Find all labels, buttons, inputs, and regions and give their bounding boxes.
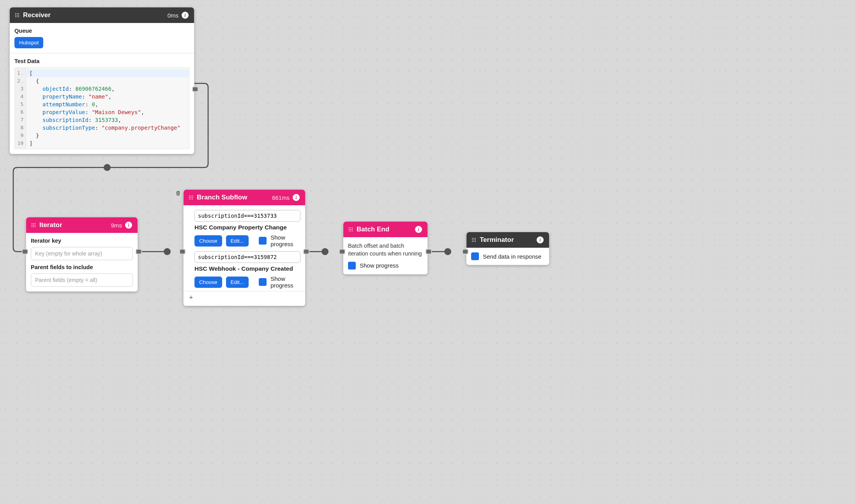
output-port[interactable]: [303, 249, 309, 254]
output-port[interactable]: [426, 249, 432, 254]
batch-end-node[interactable]: Batch End i Batch offset and batch itera…: [343, 221, 428, 275]
test-data-label: Test Data: [14, 58, 189, 64]
node-header[interactable]: Iterator 9ms i: [26, 217, 138, 233]
node-time: 9ms: [111, 222, 122, 229]
info-icon[interactable]: i: [125, 222, 132, 229]
drag-handle-icon[interactable]: [472, 238, 476, 242]
output-port[interactable]: [136, 249, 142, 254]
iterator-key-input[interactable]: [31, 247, 133, 260]
send-data-label: Send data in response: [483, 253, 541, 260]
wire-junction: [164, 248, 171, 255]
input-port[interactable]: [339, 249, 345, 254]
wire-junction: [444, 248, 451, 255]
show-progress-label-0: Show progress: [270, 234, 300, 247]
node-time: 661ms: [272, 194, 290, 201]
parent-fields-label: Parent fields to include: [31, 264, 133, 270]
branch-condition-input-0[interactable]: [194, 210, 300, 222]
terminator-node[interactable]: Terminator i Send data in response: [466, 232, 549, 265]
node-title: Batch End: [357, 226, 415, 233]
node-header[interactable]: Receiver 0ms i: [10, 7, 194, 23]
input-port[interactable]: [179, 249, 185, 254]
choose-button-1[interactable]: Choose: [194, 277, 222, 288]
iterator-node[interactable]: Iterator 9ms i Iterator key Parent field…: [26, 217, 138, 292]
info-icon[interactable]: i: [293, 194, 300, 201]
node-time: 0ms: [168, 12, 178, 19]
line-gutter: 1⌄ 2⌄ 345678910: [15, 68, 26, 149]
input-port[interactable]: [462, 249, 468, 254]
show-progress-checkbox-0[interactable]: [259, 237, 267, 245]
node-header[interactable]: Terminator i: [466, 232, 549, 248]
input-port[interactable]: [22, 249, 28, 254]
wire-junction: [322, 248, 329, 255]
edit-button-1[interactable]: Edit...: [226, 277, 249, 288]
node-header[interactable]: Batch End i: [343, 222, 428, 237]
receiver-node[interactable]: Receiver 0ms i Queue Hubspot Test Data 1…: [9, 7, 194, 154]
output-port[interactable]: [192, 86, 198, 92]
node-title: Iterator: [39, 221, 111, 229]
flow-canvas[interactable]: Receiver 0ms i Queue Hubspot Test Data 1…: [0, 0, 570, 336]
node-header[interactable]: Branch Subflow 661ms i: [184, 190, 305, 205]
node-title: Branch Subflow: [197, 194, 272, 201]
drag-handle-icon[interactable]: [15, 13, 19, 17]
drag-handle-icon[interactable]: [189, 196, 193, 199]
iterator-key-label: Iterator key: [31, 238, 133, 244]
branch-condition-input-1[interactable]: [194, 251, 300, 263]
code-content[interactable]: [ { objectId: 86906762466, propertyName:…: [26, 68, 189, 149]
branch-name-1: HSC Webhook - Company Created: [194, 265, 293, 272]
drag-handle-icon[interactable]: [349, 227, 353, 231]
add-branch-button[interactable]: +: [184, 291, 305, 304]
show-progress-checkbox[interactable]: [348, 262, 356, 270]
node-title: Receiver: [23, 11, 168, 19]
show-progress-label: Show progress: [360, 262, 399, 269]
info-icon[interactable]: i: [537, 236, 544, 243]
info-icon[interactable]: i: [415, 226, 422, 233]
parent-fields-input[interactable]: [31, 273, 133, 287]
branch-name-0: HSC Company Property Change: [194, 224, 287, 231]
batch-description: Batch offset and batch iteration counts …: [348, 242, 423, 258]
show-progress-checkbox-1[interactable]: [259, 278, 267, 286]
node-title: Terminator: [480, 236, 537, 244]
edit-button-0[interactable]: Edit...: [226, 235, 249, 247]
wire-junction: [104, 164, 111, 171]
test-data-editor[interactable]: 1⌄ 2⌄ 345678910 [ { objectId: 8690676246…: [14, 67, 189, 149]
branch-subflow-node[interactable]: Branch Subflow 661ms i HSC Company Prope…: [183, 189, 306, 306]
queue-label: Queue: [14, 28, 189, 34]
choose-button-0[interactable]: Choose: [194, 235, 222, 247]
send-data-checkbox[interactable]: [471, 252, 479, 260]
drag-handle-icon[interactable]: [32, 223, 35, 227]
show-progress-label-1: Show progress: [270, 275, 300, 289]
queue-hubspot-pill[interactable]: Hubspot: [14, 37, 43, 48]
info-icon[interactable]: i: [182, 12, 189, 19]
